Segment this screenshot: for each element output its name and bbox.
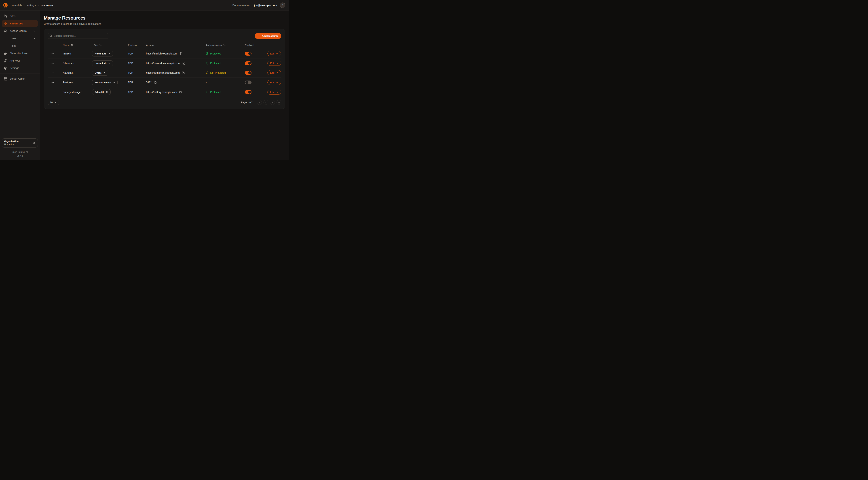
column-header-protocol: Protocol: [126, 44, 145, 47]
search-icon: [50, 34, 52, 37]
site-link[interactable]: Home Lab: [92, 60, 113, 66]
sidebar-item-label: Roles: [9, 44, 36, 47]
copy-button[interactable]: [179, 90, 182, 94]
resource-access: https://immich.example.com: [146, 52, 178, 55]
link-icon: [4, 52, 7, 55]
row-actions-button[interactable]: [50, 80, 55, 85]
toggle-knob: [248, 71, 251, 74]
edit-button[interactable]: Edit: [268, 80, 281, 85]
row-actions-button[interactable]: [50, 90, 55, 94]
copy-button[interactable]: [182, 62, 186, 65]
copy-button[interactable]: [153, 81, 157, 84]
column-header-name[interactable]: Name: [58, 44, 92, 47]
enabled-toggle[interactable]: [245, 52, 251, 56]
next-page-button[interactable]: [270, 100, 275, 105]
sidebar-item-access-control[interactable]: Access Control: [2, 28, 38, 34]
row-actions-button[interactable]: [50, 61, 55, 65]
sort-icon: [223, 44, 226, 47]
toggle-knob: [245, 81, 248, 84]
search-input[interactable]: [48, 33, 108, 39]
sidebar-item-users[interactable]: Users: [2, 35, 38, 42]
last-page-button[interactable]: [277, 100, 281, 105]
edit-button[interactable]: Edit: [268, 90, 281, 95]
site-link[interactable]: Edge 01: [92, 89, 111, 95]
sidebar-item-label: Resources: [9, 22, 36, 25]
column-label: Site: [94, 44, 98, 47]
arrow-right-icon: [276, 71, 278, 74]
row-actions-button[interactable]: [50, 70, 55, 75]
site-name: Home Lab: [95, 62, 106, 65]
sidebar-item-shareable-links[interactable]: Shareable Links: [2, 50, 38, 57]
first-page-button[interactable]: [257, 100, 262, 105]
organization-switcher[interactable]: Organization Home Lab: [2, 139, 38, 148]
table-row: ImmichHome LabTCPhttps://immich.example.…: [48, 49, 281, 58]
topbar: home-lab settings resources Documentatio…: [0, 0, 289, 10]
enabled-toggle[interactable]: [245, 61, 251, 65]
external-link-icon: [26, 151, 28, 153]
table-footer: 20 Page 1 of 1: [48, 100, 281, 105]
sidebar-item-label: Server Admin: [9, 77, 36, 80]
sidebar-item-label: Shareable Links: [9, 52, 36, 55]
row-actions-button[interactable]: [50, 51, 55, 56]
sidebar-item-resources[interactable]: Resources: [2, 20, 38, 27]
gear-icon: [4, 66, 7, 70]
table-row: AuthentikOfficeTCPhttps://authentik.exam…: [48, 68, 281, 78]
breadcrumb-settings[interactable]: settings: [27, 4, 36, 7]
edit-label: Edit: [270, 62, 274, 65]
arrow-up-right-icon: [113, 81, 115, 84]
edit-label: Edit: [270, 71, 274, 74]
column-header-access: Access: [145, 44, 204, 47]
breadcrumb-current: resources: [41, 4, 53, 7]
ellipsis-icon: [51, 90, 54, 94]
edit-button[interactable]: Edit: [268, 70, 281, 75]
edit-button[interactable]: Edit: [268, 61, 281, 66]
open-source-link[interactable]: Open Source: [11, 151, 28, 153]
sidebar-item-api-keys[interactable]: API Keys: [2, 57, 38, 64]
copy-button[interactable]: [179, 52, 183, 55]
enabled-toggle[interactable]: [245, 81, 251, 84]
add-resource-label: Add Resource: [262, 35, 278, 37]
enabled-toggle[interactable]: [245, 90, 251, 94]
edit-button[interactable]: Edit: [268, 51, 281, 56]
column-header-site[interactable]: Site: [92, 44, 126, 47]
sidebar-item-label: Users: [9, 37, 31, 40]
sidebar-item-label: Access Control: [9, 30, 31, 32]
breadcrumb-org[interactable]: home-lab: [11, 4, 22, 7]
column-label: Name: [63, 44, 69, 47]
authentication-label: Protected: [210, 91, 221, 94]
pangolin-logo-icon: [2, 2, 8, 8]
previous-page-button[interactable]: [264, 100, 268, 105]
site-link[interactable]: Office: [92, 70, 108, 76]
ellipsis-icon: [51, 52, 54, 55]
toggle-knob: [248, 62, 251, 65]
arrow-up-right-icon: [106, 91, 108, 93]
chevron-down-icon: [33, 30, 36, 32]
copy-icon: [182, 71, 185, 74]
sidebar-item-server-admin[interactable]: Server Admin: [2, 75, 38, 82]
copy-button[interactable]: [182, 71, 185, 74]
authentication-status: -: [206, 81, 207, 84]
site-link[interactable]: Home Lab: [92, 51, 113, 57]
sidebar-item-roles[interactable]: Roles: [2, 42, 38, 49]
column-header-authentication[interactable]: Authentication: [204, 44, 241, 47]
resource-access: 5432: [146, 81, 152, 84]
sidebar-item-settings[interactable]: Settings: [2, 65, 38, 71]
page-size-select[interactable]: 20: [48, 100, 59, 105]
authentication-status: Protected: [206, 52, 221, 55]
arrow-up-right-icon: [103, 72, 105, 74]
add-resource-button[interactable]: Add Resource: [255, 33, 281, 39]
enabled-toggle[interactable]: [245, 71, 251, 75]
resources-table: Name Site Protocol: [48, 41, 281, 97]
avatar[interactable]: J: [280, 3, 285, 8]
resources-card: Add Resource Name Site: [44, 29, 285, 109]
authentication-label: Not Protected: [210, 71, 226, 74]
site-link[interactable]: Second Office: [92, 80, 118, 85]
resource-protocol: TCP: [126, 81, 145, 84]
ellipsis-icon: [51, 71, 54, 74]
sidebar-item-sites[interactable]: Sites: [2, 13, 38, 20]
page-size-value: 20: [50, 101, 53, 104]
documentation-link[interactable]: Documentation: [232, 4, 250, 7]
column-header-enabled: Enabled: [241, 44, 266, 47]
edit-label: Edit: [270, 81, 274, 84]
user-email[interactable]: joe@example.com: [254, 4, 277, 7]
